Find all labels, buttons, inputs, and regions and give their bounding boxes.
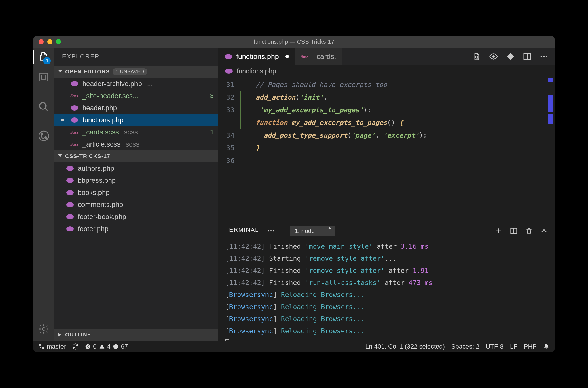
php-file-icon [66, 214, 74, 220]
settings-gear-icon[interactable] [38, 324, 49, 336]
terminal-tab[interactable]: TERMINAL [225, 227, 259, 235]
svg-point-21 [543, 56, 545, 57]
php-file-icon [66, 189, 74, 196]
project-file-item[interactable]: footer-book.php [54, 211, 218, 223]
svg-point-28 [39, 345, 41, 346]
git-branch-status[interactable]: master [39, 343, 66, 350]
open-editor-item[interactable]: Sass_cards.scssscss1 [54, 126, 218, 138]
svg-rect-0 [40, 73, 48, 81]
title-bar[interactable]: functions.php — CSS-Tricks-17 [33, 36, 555, 48]
svg-point-13 [66, 202, 74, 207]
svg-point-20 [541, 56, 542, 57]
breadcrumb-bar[interactable]: functions.php [218, 65, 555, 77]
split-editor-icon[interactable] [523, 52, 532, 61]
tab-label: functions.php [236, 52, 279, 61]
diff-icon[interactable] [506, 52, 515, 61]
more-actions-icon[interactable] [540, 52, 548, 61]
error-count: 0 [93, 343, 96, 350]
file-suffix: scss [124, 128, 138, 136]
find-in-file-icon[interactable] [472, 52, 481, 61]
activity-bar: 1 [33, 48, 54, 341]
svg-point-4 [41, 133, 43, 135]
encoding-status[interactable]: UTF-8 [486, 343, 504, 350]
file-name: header-archive.php [82, 80, 142, 88]
editor-actions [466, 48, 555, 65]
language-mode[interactable]: PHP [524, 343, 537, 350]
file-name: functions.php [82, 116, 124, 124]
project-file-item[interactable]: books.php [54, 187, 218, 199]
unsaved-badge: 1 UNSAVED [113, 68, 147, 75]
project-file-item[interactable]: bbpress.php [54, 174, 218, 187]
php-file-icon [224, 53, 233, 60]
source-control-activity-icon[interactable] [38, 130, 50, 143]
explorer-sidebar: EXPLORER OPEN EDITORS 1 UNSAVED header-a… [54, 48, 218, 341]
svg-point-12 [66, 190, 74, 195]
project-file-item[interactable]: footer.php [54, 223, 218, 235]
window-title: functions.php — CSS-Tricks-17 [33, 39, 555, 45]
close-window-button[interactable] [39, 39, 44, 44]
project-file-item[interactable]: comments.php [54, 199, 218, 211]
php-file-icon [66, 165, 74, 172]
code-lines[interactable]: // Pages should have excerpts too add_ac… [240, 77, 547, 223]
vscode-window: functions.php — CSS-Tricks-17 1 [33, 36, 555, 352]
file-suffix: scss [126, 140, 139, 148]
outline-section-header[interactable]: OUTLINE [54, 329, 218, 341]
maximize-window-button[interactable] [56, 39, 61, 44]
minimap[interactable] [547, 77, 555, 223]
svg-point-22 [546, 56, 547, 57]
notifications-bell-icon[interactable] [543, 343, 549, 350]
file-name: bbpress.php [78, 176, 116, 185]
line-number-gutter: 313233 343536 [218, 77, 240, 223]
twisty-down-icon [58, 154, 62, 158]
code-editor[interactable]: 313233 343536 // Pages should have excer… [218, 77, 555, 223]
svg-point-17 [475, 56, 478, 58]
editor-tab[interactable]: Sass_cards. [295, 48, 342, 65]
minimize-window-button[interactable] [47, 39, 52, 44]
svg-rect-1 [42, 75, 46, 79]
project-section-header[interactable]: CSS-TRICKS-17 [54, 150, 218, 162]
open-editor-item[interactable]: Sass_article.scssscss [54, 138, 218, 150]
open-editors-section-header[interactable]: OPEN EDITORS 1 UNSAVED [54, 66, 218, 78]
sync-status[interactable] [72, 343, 79, 350]
preview-icon[interactable] [489, 52, 498, 61]
explorer-activity-icon[interactable]: 1 [39, 51, 49, 63]
file-name: header.php [82, 104, 117, 112]
indentation-status[interactable]: Spaces: 2 [451, 343, 479, 350]
split-terminal-icon[interactable] [510, 227, 518, 235]
cursor-position[interactable]: Ln 401, Col 1 (322 selected) [365, 343, 445, 350]
new-terminal-icon[interactable] [495, 227, 502, 235]
problems-status[interactable]: 0 4 67 [85, 343, 128, 350]
scm-activity-icon[interactable] [39, 72, 49, 83]
php-file-icon [66, 177, 74, 184]
svg-point-25 [270, 230, 272, 232]
file-name: _article.scss [82, 140, 120, 148]
terminal-selector[interactable]: 1: node [290, 226, 335, 236]
kill-terminal-icon[interactable] [525, 227, 533, 235]
project-file-item[interactable]: authors.php [54, 162, 218, 174]
open-editors-label: OPEN EDITORS [65, 69, 110, 75]
editor-tab[interactable]: functions.php [218, 48, 295, 65]
terminal-output[interactable]: [11:42:42] Finished 'move-main-style' af… [218, 239, 555, 341]
file-name: authors.php [78, 164, 114, 172]
panel-more-icon[interactable] [267, 227, 275, 235]
warning-count: 4 [107, 343, 111, 350]
twisty-right-icon [58, 333, 62, 337]
dirty-dot-icon [61, 119, 64, 121]
editor-tab-row: functions.phpSass_cards. [218, 48, 555, 65]
panel-tab-row: TERMINAL 1: node [218, 223, 555, 239]
open-editor-item[interactable]: Sass_site-header.scs...3 [54, 90, 218, 102]
svg-point-8 [71, 105, 78, 111]
open-editor-item[interactable]: header.php [54, 102, 218, 114]
dirty-dot-icon [285, 55, 289, 58]
sass-file-icon: Sass [70, 141, 79, 147]
open-editor-item[interactable]: functions.php [54, 114, 218, 126]
open-editors-list: header-archive.php...Sass_site-header.sc… [54, 78, 218, 150]
project-label: CSS-TRICKS-17 [65, 153, 110, 159]
eol-status[interactable]: LF [510, 343, 517, 350]
maximize-panel-icon[interactable] [540, 227, 548, 235]
search-activity-icon[interactable] [38, 101, 49, 113]
path-ellipsis: ... [147, 80, 153, 88]
svg-point-5 [45, 137, 47, 139]
file-name: footer-book.php [78, 213, 126, 221]
open-editor-item[interactable]: header-archive.php... [54, 78, 218, 90]
